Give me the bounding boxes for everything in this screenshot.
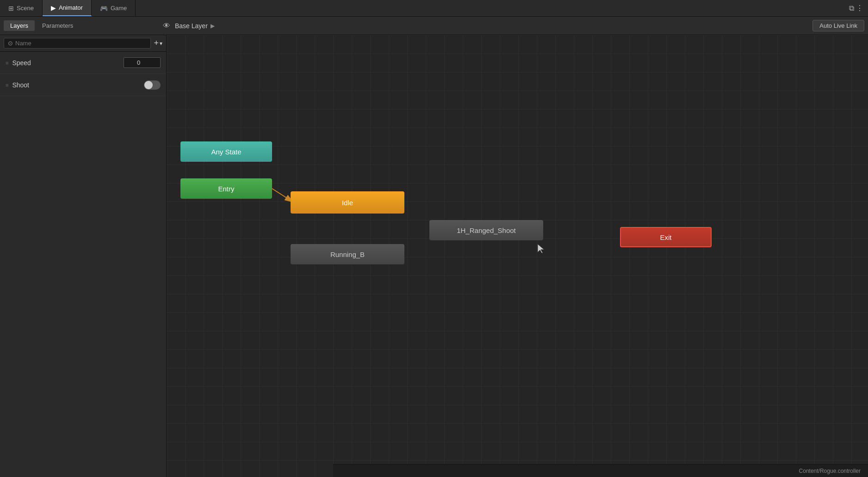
state-exit[interactable]: Exit <box>620 227 712 247</box>
toggle-knob-shoot <box>144 81 153 89</box>
restore-window-button[interactable]: ⧉ <box>849 4 854 12</box>
auto-live-link-button[interactable]: Auto Live Link <box>812 20 864 31</box>
state-idle-label: Idle <box>342 199 353 207</box>
tab-game[interactable]: 🎮 Game <box>92 0 136 16</box>
param-name-speed: Speed <box>12 59 124 67</box>
state-running-b-label: Running_B <box>330 251 365 258</box>
tab-bar: ⊞ Scene ▶ Animator 🎮 Game ⧉ ⋮ <box>0 0 868 17</box>
search-input[interactable] <box>15 40 147 47</box>
param-row-speed: ≡ Speed <box>0 52 166 74</box>
tab-animator-label: Animator <box>59 4 83 11</box>
state-any-label: Any State <box>211 148 241 156</box>
sub-header: Layers Parameters 👁 Base Layer ▶ Auto Li… <box>0 17 868 35</box>
left-panel: ⊙ + ▾ ≡ Speed ≡ Shoot <box>0 35 167 477</box>
footer-path: Content/Rogue.controller <box>799 468 861 474</box>
search-icon: ⊙ <box>8 40 13 47</box>
arrows-svg <box>167 35 868 477</box>
state-running-b[interactable]: Running_B <box>291 244 404 264</box>
state-entry-label: Entry <box>218 185 234 193</box>
state-any-state[interactable]: Any State <box>180 141 272 162</box>
state-ranged-shoot-label: 1H_Ranged_Shoot <box>457 226 516 234</box>
breadcrumb-layer: Base Layer <box>175 22 208 30</box>
tab-scene[interactable]: ⊞ Scene <box>0 0 43 16</box>
sub-header-left: Layers Parameters 👁 <box>4 20 170 31</box>
breadcrumb-arrow: ▶ <box>211 23 215 29</box>
game-icon: 🎮 <box>100 5 108 12</box>
sub-tab-parameters[interactable]: Parameters <box>36 20 80 31</box>
footer: Content/Rogue.controller <box>333 464 868 477</box>
sub-tab-layers[interactable]: Layers <box>4 20 35 31</box>
tab-bar-right-actions: ⧉ ⋮ <box>849 4 868 12</box>
search-wrapper: ⊙ <box>4 38 151 49</box>
add-parameter-button[interactable]: + ▾ <box>154 38 162 48</box>
param-row-shoot: ≡ Shoot <box>0 74 166 96</box>
param-value-speed[interactable] <box>124 57 161 68</box>
drag-handle-shoot[interactable]: ≡ <box>6 82 8 88</box>
visibility-toggle-button[interactable]: 👁 <box>163 22 170 30</box>
scene-icon: ⊞ <box>8 5 14 12</box>
drag-handle-speed[interactable]: ≡ <box>6 60 8 66</box>
param-name-shoot: Shoot <box>12 81 144 89</box>
mouse-cursor <box>537 243 546 254</box>
animator-icon: ▶ <box>51 4 56 12</box>
state-ranged-shoot[interactable]: 1H_Ranged_Shoot <box>429 220 543 240</box>
breadcrumb: Base Layer ▶ <box>170 22 215 30</box>
state-idle[interactable]: Idle <box>291 191 404 214</box>
state-exit-label: Exit <box>660 233 671 241</box>
svg-marker-2 <box>538 244 544 253</box>
more-options-button[interactable]: ⋮ <box>856 4 863 12</box>
tab-animator[interactable]: ▶ Animator <box>43 0 92 16</box>
param-toggle-shoot[interactable] <box>144 80 161 90</box>
animator-canvas[interactable]: Any State Entry Idle Running_B 1H_Ranged… <box>167 35 868 477</box>
search-bar: ⊙ + ▾ <box>0 35 166 52</box>
tab-game-label: Game <box>111 5 127 12</box>
tab-scene-label: Scene <box>17 5 34 12</box>
state-entry[interactable]: Entry <box>180 178 272 199</box>
